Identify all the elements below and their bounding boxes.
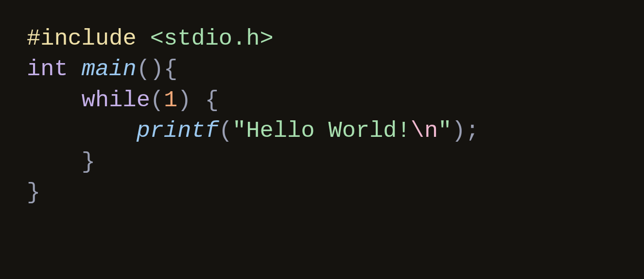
string-quote-close: " [438,118,452,144]
brace-close: } [82,149,95,175]
function-name-printf: printf [137,118,219,144]
code-editor[interactable]: #include <stdio.h> int main(){ while(1) … [27,23,617,208]
string-content: Hello World! [246,118,410,144]
parentheses: () [137,56,164,82]
brace-close: } [27,180,40,205]
code-line-2: int main(){ [27,56,177,82]
semicolon: ; [466,118,479,144]
code-line-3: while(1) { [27,87,219,113]
string-quote-open: " [232,118,246,144]
paren-close: ) [177,87,205,113]
escape-sequence: \n [411,118,438,144]
code-line-1: #include <stdio.h> [27,26,274,51]
paren-close: ) [452,118,465,144]
while-keyword: while [82,87,150,113]
paren-open: ( [219,118,232,144]
paren-open: ( [150,87,164,113]
number-literal: 1 [164,87,177,113]
code-line-6: } [27,180,40,205]
indent [27,87,82,113]
function-name-main: main [82,56,137,82]
code-line-4: printf("Hello World!\n"); [27,118,479,144]
indent [27,118,137,144]
code-line-5: } [27,149,95,175]
header-include: <stdio.h> [150,26,274,51]
type-keyword: int [27,56,82,82]
indent [27,149,82,175]
brace-open: { [164,56,177,82]
preprocessor-directive: #include [27,26,150,51]
brace-open: { [205,87,219,113]
